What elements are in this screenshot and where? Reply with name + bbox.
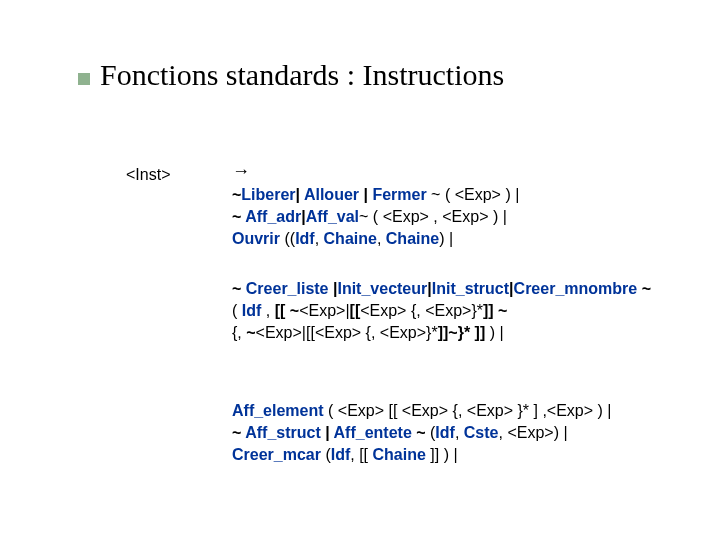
title-bullet [78, 73, 90, 85]
grammar-block-3: Aff_element ( <Exp> [[ <Exp> {, <Exp> }*… [232, 400, 702, 466]
rule-name: <Inst> [126, 166, 170, 184]
arrow-icon: → [232, 161, 250, 182]
grammar-block-1: ~Liberer| Allouer | Fermer ~ ( <Exp> ) |… [232, 184, 702, 250]
grammar-block-2: ~ Creer_liste |Init_vecteur|Init_struct|… [232, 278, 702, 344]
slide-title: Fonctions standards : Instructions [100, 58, 504, 92]
